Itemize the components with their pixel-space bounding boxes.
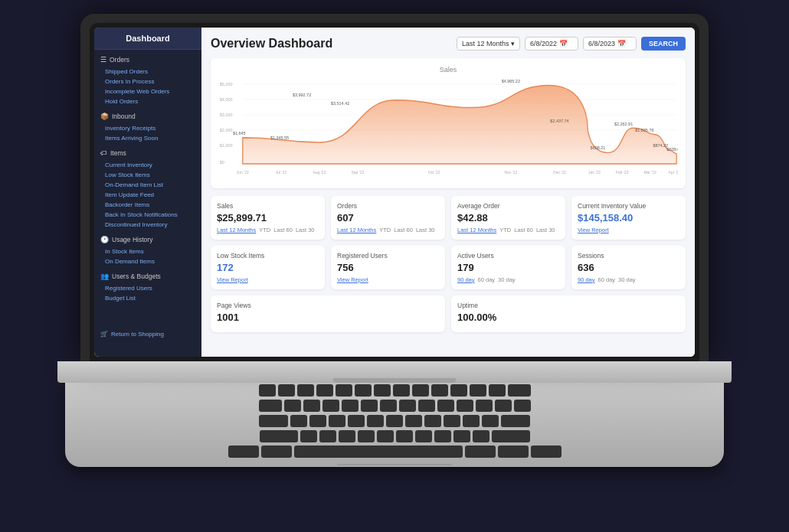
key xyxy=(336,384,352,397)
return-shopping-link[interactable]: Return to Shopping xyxy=(111,331,164,338)
metric-card-pageviews: Page Views 1001 xyxy=(211,295,445,332)
sales-link-30[interactable]: Last 30 xyxy=(296,227,315,233)
key xyxy=(424,415,441,427)
avg-link-30[interactable]: Last 30 xyxy=(536,227,555,233)
date-from-input[interactable]: 6/8/2022 📅 xyxy=(525,37,578,51)
metrics-row-3: Page Views 1001 Uptime 100.00% xyxy=(211,295,686,332)
active-link-30[interactable]: 30 day xyxy=(498,276,516,283)
key xyxy=(418,400,435,412)
active-link-60[interactable]: 60 day xyxy=(478,276,496,283)
metric-value-low-stock: 172 xyxy=(217,262,319,273)
touchpad[interactable] xyxy=(337,464,452,465)
svg-text:$1,645: $1,645 xyxy=(233,130,246,135)
sidebar-item-discontinued[interactable]: Discontinued Inventory xyxy=(94,220,201,230)
keyboard-row-1 xyxy=(259,384,531,397)
metric-label-active: Active Users xyxy=(457,252,559,259)
key xyxy=(498,446,529,458)
svg-text:$0: $0 xyxy=(220,159,224,164)
sidebar-item-inventory-receipts[interactable]: Inventory Receipts xyxy=(94,123,201,133)
filter-select[interactable]: Last 12 Months ▾ xyxy=(457,37,520,51)
sidebar-section-title-orders: ☰ Orders xyxy=(94,53,201,67)
calendar-from-icon: 📅 xyxy=(559,40,568,47)
metric-links-low-stock: View Report xyxy=(217,276,319,283)
sidebar-item-in-stock[interactable]: In Stock Items xyxy=(94,246,201,256)
sidebar-item-update-feed[interactable]: Item Update Feed xyxy=(94,190,201,200)
sales-link-60[interactable]: Last 60 xyxy=(273,227,293,233)
sales-chart: $5,000 $4,000 $3,000 $2,000 $1,000 $0 xyxy=(218,78,678,178)
search-button[interactable]: SEARCH xyxy=(641,37,686,51)
sidebar-item-incomplete[interactable]: Incomplete Web Orders xyxy=(94,86,201,96)
orders-link-60[interactable]: Last 60 xyxy=(394,227,413,233)
key xyxy=(361,400,378,412)
metric-label-avg-order: Average Order xyxy=(457,202,559,210)
sidebar-item-inprocess[interactable]: Orders In Process xyxy=(94,77,201,86)
key xyxy=(380,400,397,412)
sidebar-item-current-inventory[interactable]: Current Inventory xyxy=(94,160,201,170)
sessions-link-60[interactable]: 60 day xyxy=(598,276,616,283)
sidebar-item-arriving-soon[interactable]: Items Arriving Soon xyxy=(94,133,201,143)
laptop: Dashboard ☰ Orders Shipped Orders Orders… xyxy=(50,14,739,519)
svg-text:Jun '22: Jun '22 xyxy=(237,169,249,174)
key xyxy=(290,415,307,427)
sales-link-12m[interactable]: Last 12 Months xyxy=(217,227,256,233)
sidebar-item-shipped[interactable]: Shipped Orders xyxy=(94,67,201,77)
avg-link-ytd[interactable]: YTD xyxy=(499,227,511,233)
sidebar-item-hold[interactable]: Hold Orders xyxy=(94,96,201,106)
sidebar-item-on-demand-list[interactable]: On-Demand Item List xyxy=(94,180,201,190)
key xyxy=(339,430,355,442)
key xyxy=(260,430,298,442)
key xyxy=(316,384,333,397)
key xyxy=(348,415,365,427)
inventory-view-report[interactable]: View Report xyxy=(578,227,609,233)
low-stock-view-report[interactable]: View Report xyxy=(217,276,248,283)
metric-card-uptime: Uptime 100.00% xyxy=(451,295,686,332)
sales-link-ytd[interactable]: YTD xyxy=(259,227,270,233)
laptop-screen: Dashboard ☰ Orders Shipped Orders Orders… xyxy=(94,28,695,357)
svg-text:Sep '22: Sep '22 xyxy=(351,169,364,174)
sidebar-item-low-stock[interactable]: Low Stock Items xyxy=(94,170,201,180)
spacebar-key xyxy=(294,446,463,458)
inbound-icon: 📦 xyxy=(100,113,109,120)
svg-text:$1,345.55: $1,345.55 xyxy=(270,135,289,139)
date-to-input[interactable]: 6/8/2023 📅 xyxy=(583,37,637,51)
metric-links-sales: Last 12 Months YTD Last 60 Last 30 xyxy=(217,227,319,233)
key xyxy=(412,384,429,397)
metric-card-avg-order: Average Order $42.88 Last 12 Months YTD … xyxy=(451,196,565,240)
svg-text:$874.22: $874.22 xyxy=(653,142,668,147)
sidebar-item-registered-users[interactable]: Registered Users xyxy=(94,283,201,293)
svg-text:Jul '22: Jul '22 xyxy=(276,169,286,174)
sessions-link-30[interactable]: 30 day xyxy=(618,276,636,283)
orders-link-ytd[interactable]: YTD xyxy=(379,227,391,233)
orders-link-30[interactable]: Last 30 xyxy=(416,227,435,233)
sessions-link-90[interactable]: 90 day xyxy=(578,276,595,283)
svg-text:$3,992.72: $3,992.72 xyxy=(293,92,311,96)
orders-link-12m[interactable]: Last 12 Months xyxy=(337,227,376,233)
metric-card-sales: Sales $25,899.71 Last 12 Months YTD Last… xyxy=(211,196,325,240)
key xyxy=(259,400,282,412)
metric-card-sessions: Sessions 636 90 day 60 day 30 day xyxy=(571,246,686,289)
key xyxy=(501,415,530,427)
sidebar-section-usage: 🕐 Usage History In Stock Items On Demand… xyxy=(94,233,201,266)
metrics-row-2: Low Stock Items 172 View Report Register… xyxy=(211,246,686,289)
key xyxy=(358,430,375,442)
metric-value-inventory: $145,158.40 xyxy=(578,212,679,224)
sidebar-item-backorder[interactable]: Backorder Items xyxy=(94,200,201,210)
key xyxy=(303,400,320,412)
key xyxy=(377,430,394,442)
sidebar-item-back-in-stock[interactable]: Back In Stock Notifications xyxy=(94,210,201,220)
svg-text:$2,437.74: $2,437.74 xyxy=(550,118,569,122)
sidebar-item-on-demand[interactable]: On Demand Items xyxy=(94,256,201,266)
metric-label-inventory: Current Inventory Value xyxy=(578,202,679,210)
avg-link-60[interactable]: Last 60 xyxy=(514,227,533,233)
active-link-90[interactable]: 90 day xyxy=(457,276,475,283)
key xyxy=(457,400,473,412)
metric-links-inventory: View Report xyxy=(578,227,679,233)
avg-link-12m[interactable]: Last 12 Months xyxy=(457,227,496,233)
metric-value-active: 179 xyxy=(457,262,559,273)
sidebar-item-budget-list[interactable]: Budget List xyxy=(94,293,201,303)
svg-text:$5,000: $5,000 xyxy=(220,81,233,86)
registered-view-report[interactable]: View Report xyxy=(337,276,368,283)
keyboard-row-4 xyxy=(260,430,530,442)
date-to-value: 6/8/2023 xyxy=(588,40,615,47)
chart-title: Sales xyxy=(218,66,678,73)
